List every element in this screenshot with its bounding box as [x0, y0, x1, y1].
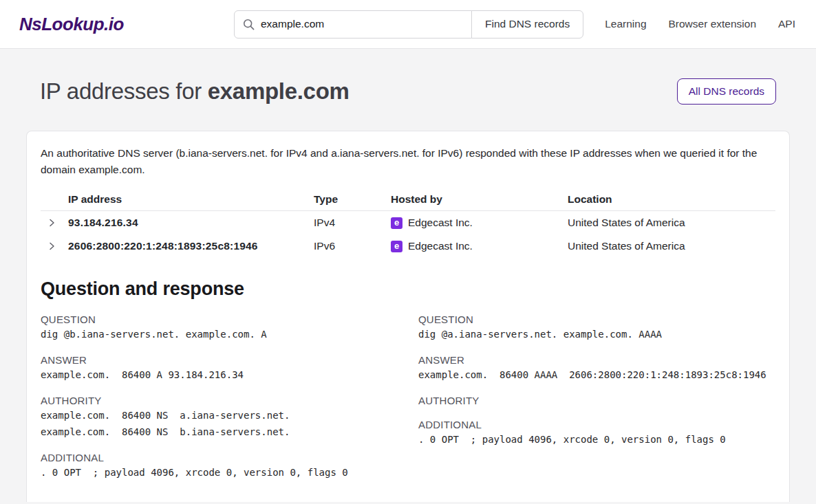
- table-header-row: IP address Type Hosted by Location: [41, 188, 775, 211]
- expand-cell: [41, 217, 68, 229]
- page-title-prefix: IP addresses for: [40, 78, 208, 104]
- results-card: An authoritative DNS server (b.iana-serv…: [26, 131, 790, 502]
- question-response-column-2: QUESTIONdig @a.iana-servers.net. example…: [418, 301, 775, 480]
- dns-section-label: ANSWER: [418, 354, 775, 366]
- ip-address-cell: 2606:2800:220:1:248:1893:25c8:1946: [68, 240, 314, 252]
- dns-section-label: ANSWER: [41, 354, 398, 366]
- dns-section-authority: AUTHORITY: [418, 395, 775, 406]
- find-dns-records-button[interactable]: Find DNS records: [471, 10, 583, 39]
- table-row[interactable]: 2606:2800:220:1:248:1893:25c8:1946IPv6eE…: [41, 234, 775, 258]
- dns-section-authority: AUTHORITYexample.com. 86400 NS a.iana-se…: [41, 395, 398, 439]
- title-row: IP addresses for example.com All DNS rec…: [26, 78, 790, 105]
- hosted-by-cell: eEdgecast Inc.: [391, 217, 568, 229]
- expand-row-button[interactable]: [45, 217, 58, 229]
- dns-record-line: dig @b.iana-servers.net. example.com. A: [41, 327, 398, 342]
- dns-section-additional: ADDITIONAL. 0 OPT ; payload 4096, xrcode…: [41, 452, 398, 480]
- ip-address-cell: 93.184.216.34: [68, 217, 314, 229]
- nav-browser-extension[interactable]: Browser extension: [669, 18, 757, 30]
- host-name: Edgecast Inc.: [408, 217, 473, 229]
- search-box[interactable]: [234, 10, 472, 39]
- location-cell: United States of America: [568, 217, 775, 229]
- domain-search-input[interactable]: [261, 18, 464, 30]
- dns-record-line: example.com. 86400 AAAA 2606:2800:220:1:…: [418, 368, 775, 382]
- nav-learning[interactable]: Learning: [605, 18, 646, 30]
- col-header-location: Location: [568, 193, 775, 206]
- dns-search-group: Find DNS records: [234, 10, 583, 39]
- dns-record-line: . 0 OPT ; payload 4096, xrcode 0, versio…: [41, 465, 398, 480]
- table-body: 93.184.216.34IPv4eEdgecast Inc.United St…: [41, 211, 775, 258]
- main-nav: Learning Browser extension API: [605, 18, 795, 30]
- col-header-hosted-by: Hosted by: [391, 193, 568, 206]
- dns-section-label: ADDITIONAL: [418, 419, 775, 430]
- dns-section-label: AUTHORITY: [41, 395, 398, 406]
- dns-record-line: example.com. 86400 NS b.iana-servers.net…: [41, 425, 398, 439]
- dns-record-line: dig @a.iana-servers.net. example.com. AA…: [418, 327, 775, 342]
- ip-address-table: IP address Type Hosted by Location 93.18…: [41, 188, 775, 258]
- dns-section-additional: ADDITIONAL. 0 OPT ; payload 4096, xrcode…: [418, 419, 775, 447]
- dns-record-line: . 0 OPT ; payload 4096, xrcode 0, versio…: [418, 432, 775, 447]
- nav-api[interactable]: API: [778, 18, 795, 30]
- question-response-heading: Question and response: [41, 278, 775, 300]
- dns-section-label: AUTHORITY: [418, 395, 775, 406]
- main-content: IP addresses for example.com All DNS rec…: [0, 78, 816, 502]
- search-icon: [243, 19, 255, 30]
- all-dns-records-button[interactable]: All DNS records: [677, 78, 776, 105]
- col-header-ip-address: IP address: [68, 193, 314, 206]
- edgecast-icon: e: [391, 241, 402, 252]
- expand-row-button[interactable]: [45, 240, 58, 252]
- dns-section-answer: ANSWERexample.com. 86400 A 93.184.216.34: [41, 354, 398, 382]
- dns-section-label: QUESTION: [418, 314, 775, 325]
- dns-section-question: QUESTIONdig @b.iana-servers.net. example…: [41, 314, 398, 342]
- question-response-column-1: QUESTIONdig @b.iana-servers.net. example…: [41, 301, 398, 480]
- dns-section-question: QUESTIONdig @a.iana-servers.net. example…: [418, 314, 775, 342]
- type-cell: IPv4: [314, 217, 391, 229]
- expand-cell: [41, 240, 68, 252]
- question-response-columns: QUESTIONdig @b.iana-servers.net. example…: [41, 301, 775, 480]
- page-title: IP addresses for example.com: [40, 78, 350, 105]
- hosted-by-cell: eEdgecast Inc.: [391, 240, 568, 252]
- col-header-type: Type: [314, 193, 391, 206]
- site-header: NsLookup.io Find DNS records Learning Br…: [0, 0, 816, 49]
- location-cell: United States of America: [568, 240, 775, 252]
- page-title-domain: example.com: [208, 78, 350, 104]
- type-cell: IPv6: [314, 240, 391, 252]
- dns-record-line: example.com. 86400 A 93.184.216.34: [41, 368, 398, 382]
- logo[interactable]: NsLookup.io: [19, 14, 124, 35]
- table-row[interactable]: 93.184.216.34IPv4eEdgecast Inc.United St…: [41, 211, 775, 234]
- edgecast-icon: e: [391, 217, 402, 229]
- chevron-right-icon: [47, 241, 56, 251]
- host-name: Edgecast Inc.: [408, 240, 473, 252]
- dns-section-label: ADDITIONAL: [41, 452, 398, 463]
- dns-record-line: example.com. 86400 NS a.iana-servers.net…: [41, 408, 398, 423]
- chevron-right-icon: [47, 218, 56, 228]
- dns-section-label: QUESTION: [41, 314, 398, 325]
- result-description: An authoritative DNS server (b.iana-serv…: [41, 145, 775, 178]
- dns-section-answer: ANSWERexample.com. 86400 AAAA 2606:2800:…: [418, 354, 775, 382]
